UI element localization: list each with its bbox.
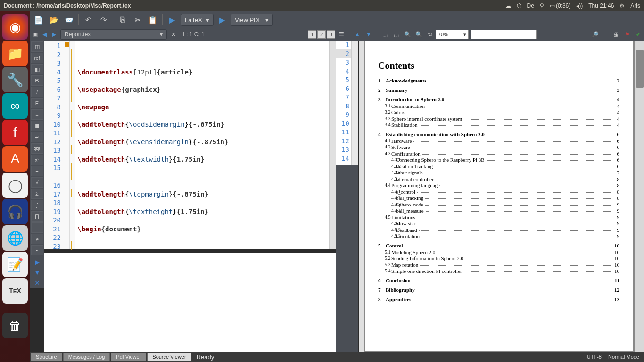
tab-messages[interactable]: Messages / Log <box>63 353 110 361</box>
palette-frac[interactable]: ÷ <box>31 166 43 176</box>
volume-icon[interactable]: ◂)) <box>576 2 583 9</box>
arrow-down[interactable]: ▼ <box>31 268 43 277</box>
pdf-up-button[interactable]: ▲ <box>353 30 362 39</box>
palette-sum[interactable]: Σ <box>31 189 43 199</box>
chromium-icon[interactable]: ◯ <box>2 173 28 198</box>
palette-bold[interactable]: B <box>31 75 43 86</box>
compiler-select[interactable]: LaTeX▾ <box>181 14 214 26</box>
pdf-zoom-out-button[interactable]: 🔍 <box>403 30 412 39</box>
cut-button[interactable]: ✂ <box>131 13 144 26</box>
texstudio-icon[interactable]: TEX <box>2 278 28 304</box>
paste-button[interactable]: 📋 <box>146 13 159 26</box>
clock[interactable]: Thu 21:46 <box>588 2 614 9</box>
palette-sqrt[interactable]: √ <box>31 177 43 188</box>
gedit-icon[interactable]: 📝 <box>2 252 28 277</box>
open-file-button[interactable]: 📂 <box>47 13 60 26</box>
view-button[interactable]: ▶ <box>215 13 229 26</box>
tab-sourceviewer[interactable]: Source Viewer <box>147 353 191 361</box>
wifi-icon[interactable]: ⬡ <box>517 2 521 9</box>
dash-icon[interactable]: ◉ <box>2 14 28 40</box>
pdf-toc: 1Acknowledgments22Summary33Introduction … <box>378 78 619 302</box>
new-file-button[interactable]: 📄 <box>32 13 45 26</box>
palette-term[interactable]: ▪ <box>31 245 43 255</box>
console-panel[interactable] <box>44 253 336 352</box>
next-tab-button[interactable]: ▶ <box>49 30 58 39</box>
user-menu[interactable]: Aris <box>630 2 640 9</box>
fold-column <box>70 41 75 249</box>
palette-int[interactable]: ∫ <box>31 200 43 210</box>
symbol-palette: ◫ ref ◧ B I E ≡ ≣ ↵ $$ x² ÷ √ Σ ∫ ∏ ÷ ≠ … <box>30 41 44 256</box>
dropbox-icon[interactable]: ☁ <box>505 2 511 9</box>
redo-button[interactable]: ↷ <box>97 13 110 26</box>
palette-newline[interactable]: ↵ <box>31 132 43 142</box>
tab-structure[interactable]: Structure <box>31 353 62 361</box>
settings-icon[interactable]: 🔧 <box>2 67 28 92</box>
secondary-gutter-panel: 1234567891011121314 <box>336 41 358 352</box>
software-icon[interactable]: A <box>2 146 28 172</box>
system-top-bar: Document : /home/aris/Desktop/Msc/Report… <box>0 0 644 11</box>
pdf-flag-button[interactable]: ⚑ <box>622 30 632 39</box>
viewer-select[interactable]: View PDF▾ <box>231 14 273 26</box>
pdf-toc-button[interactable]: ☰ <box>337 30 346 39</box>
palette-italic[interactable]: I <box>31 87 43 97</box>
pdf-down-button[interactable]: ▼ <box>364 30 373 39</box>
pdf-strip <box>359 41 364 352</box>
palette-part[interactable]: ◫ <box>31 41 43 52</box>
pdf-heading: Contents <box>378 60 619 71</box>
side-arrows: ▶ ▼ ✕ <box>30 256 44 288</box>
prev-tab-button[interactable]: ◀ <box>40 30 49 39</box>
palette-frac2[interactable]: ÷ <box>31 222 43 233</box>
palette-sub[interactable]: x² <box>31 155 43 165</box>
toggle-structure-button[interactable]: ▣ <box>30 30 40 39</box>
code-editor[interactable]: 1234567891011121314151617181920212223 \d… <box>44 41 336 249</box>
files-icon[interactable]: 📁 <box>2 41 28 66</box>
pdf-find-button[interactable]: 🔎 <box>590 30 600 39</box>
palette-emph[interactable]: E <box>31 98 43 108</box>
mode-indicator[interactable]: Normal Mode <box>608 354 639 360</box>
palette-label[interactable]: ◧ <box>31 64 43 74</box>
secondary-scrollbar[interactable] <box>352 41 358 165</box>
pdf-scrollbar[interactable] <box>635 41 644 352</box>
palette-left[interactable]: ≡ <box>31 109 43 120</box>
pdf-zoom-in-button[interactable]: 🔍 <box>414 30 423 39</box>
audacity-icon[interactable]: 🎧 <box>2 199 28 224</box>
bookmark-2[interactable]: 2 <box>317 30 326 39</box>
close-tab-button[interactable]: ✕ <box>169 30 178 39</box>
collapse-icon[interactable]: ✕ <box>31 278 43 288</box>
save-button[interactable]: 📨 <box>62 13 75 26</box>
pdf-fit-width-button[interactable]: ⬚ <box>391 30 401 39</box>
bookmark-1[interactable]: 1 <box>308 30 316 39</box>
palette-dollar[interactable]: $$ <box>31 143 43 154</box>
code-area[interactable]: \documentclass[12pt]{article} \usepackag… <box>75 41 329 249</box>
pdf-print-button[interactable]: 🖨 <box>611 30 620 39</box>
zoom-select[interactable]: 70%▾ <box>436 30 469 39</box>
pdf-fit-page-button[interactable]: ⬚ <box>380 30 389 39</box>
palette-center[interactable]: ≣ <box>31 121 43 131</box>
palette-ref[interactable]: ref <box>31 53 43 63</box>
pdf-page[interactable]: Contents 1Acknowledgments22Summary33Intr… <box>365 41 633 351</box>
compile-button[interactable]: ▶ <box>165 13 179 26</box>
encoding-indicator[interactable]: UTF-8 <box>587 354 602 360</box>
arrow-right[interactable]: ▶ <box>31 257 43 267</box>
pdf-zoom-reset-button[interactable]: ⟲ <box>425 30 435 39</box>
trash-icon[interactable]: 🗑 <box>2 313 28 338</box>
wine-icon[interactable]: 🌐 <box>2 225 28 251</box>
window-title: Document : /home/aris/Desktop/Msc/Report… <box>4 2 131 9</box>
pdf-check-button[interactable]: ✔ <box>634 30 643 39</box>
bluetooth-icon[interactable]: ⚲ <box>540 2 544 9</box>
tab-pdfviewer[interactable]: Pdf Viewer <box>111 353 146 361</box>
palette-frac3[interactable]: ≠ <box>31 234 43 244</box>
file-tab[interactable]: Report.tex▾ <box>60 29 167 40</box>
bookmark-3[interactable]: 3 <box>327 30 335 39</box>
gear-icon[interactable]: ⚙ <box>619 2 625 9</box>
fritzing-icon[interactable]: f <box>2 120 28 145</box>
main-toolbar: 📄 📂 📨 ↶ ↷ ⎘ ✂ 📋 ▶ LaTeX▾ ▶ View PDF▾ <box>30 11 644 28</box>
battery-indicator[interactable]: ▭ (0:36) <box>550 2 570 9</box>
palette-prod[interactable]: ∏ <box>31 211 43 222</box>
undo-button[interactable]: ↶ <box>82 13 95 26</box>
arduino-icon[interactable]: ∞ <box>2 93 28 119</box>
editor-scrollbar[interactable] <box>329 41 336 249</box>
pdf-page-input[interactable] <box>471 30 537 39</box>
lang-indicator[interactable]: De <box>527 2 534 9</box>
copy-button[interactable]: ⎘ <box>116 13 129 26</box>
